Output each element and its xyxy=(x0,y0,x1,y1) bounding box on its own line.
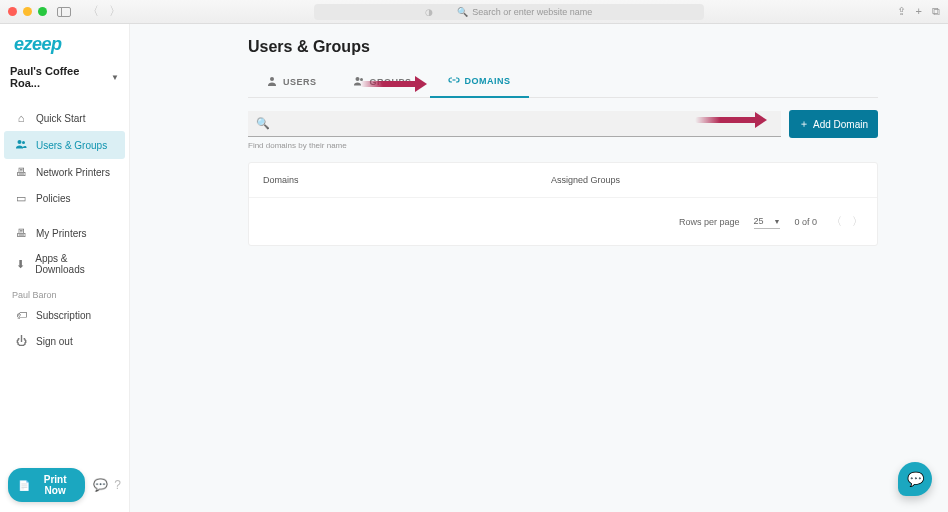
sidebar-item-subscription[interactable]: 🏷 Subscription xyxy=(4,302,125,328)
table-footer: Rows per page 25 ▼ 0 of 0 〈 〉 xyxy=(249,198,877,245)
svg-point-0 xyxy=(18,140,22,144)
tabs-icon[interactable]: ⧉ xyxy=(932,5,940,18)
sidebar-item-quick-start[interactable]: ⌂ Quick Start xyxy=(4,105,125,131)
logo: ezeep xyxy=(0,24,129,59)
sidebar-item-label: Subscription xyxy=(36,310,91,321)
printer-icon: 🖶 xyxy=(14,166,28,178)
domains-table: Domains Assigned Groups Rows per page 25… xyxy=(248,162,878,246)
user-icon xyxy=(266,75,278,89)
new-tab-icon[interactable]: + xyxy=(916,5,922,18)
group-icon xyxy=(353,75,365,89)
svg-point-3 xyxy=(355,77,359,81)
sidebar-item-label: Quick Start xyxy=(36,113,85,124)
main-content: Users & Groups USERS GROUPS DOMAINS xyxy=(130,24,948,512)
policy-icon: ▭ xyxy=(14,192,28,205)
rows-per-page-label: Rows per page xyxy=(679,217,740,227)
close-window-icon[interactable] xyxy=(8,7,17,16)
add-domain-button[interactable]: ＋ Add Domain xyxy=(789,110,878,138)
chat-icon[interactable]: 💬 xyxy=(93,478,108,492)
browser-chrome: 〈 〉 ◑ 🔍 Search or enter website name ⇪ +… xyxy=(0,0,948,24)
sidebar-item-label: Sign out xyxy=(36,336,73,347)
tab-domains[interactable]: DOMAINS xyxy=(430,66,529,98)
column-domains: Domains xyxy=(263,175,551,185)
download-icon: ⬇ xyxy=(14,258,27,271)
window-controls[interactable] xyxy=(8,7,47,16)
back-button[interactable]: 〈 xyxy=(87,3,99,20)
sidebar-item-label: Apps & Downloads xyxy=(35,253,115,275)
org-selector[interactable]: Paul's Coffee Roa... ▼ xyxy=(0,59,129,99)
search-icon: 🔍 xyxy=(457,7,468,17)
document-icon: 📄 xyxy=(18,480,30,491)
svg-point-4 xyxy=(360,78,363,81)
search-icon: 🔍 xyxy=(256,117,270,130)
tabs: USERS GROUPS DOMAINS xyxy=(248,66,878,98)
next-page-button[interactable]: 〉 xyxy=(852,214,863,229)
svg-point-1 xyxy=(22,141,25,144)
rows-per-page-value: 25 xyxy=(754,216,764,226)
tab-groups[interactable]: GROUPS xyxy=(335,66,430,97)
org-name: Paul's Coffee Roa... xyxy=(10,65,111,89)
prev-page-button[interactable]: 〈 xyxy=(831,214,842,229)
sidebar-item-sign-out[interactable]: ⏻ Sign out xyxy=(4,328,125,354)
svg-point-2 xyxy=(270,77,274,81)
users-icon xyxy=(14,138,28,152)
forward-button[interactable]: 〉 xyxy=(109,3,121,20)
print-now-label: Print Now xyxy=(35,474,75,496)
page-title: Users & Groups xyxy=(248,38,878,56)
shield-icon: ◑ xyxy=(425,7,433,17)
search-input-wrapper[interactable]: 🔍 xyxy=(248,111,781,137)
minimize-window-icon[interactable] xyxy=(23,7,32,16)
search-input[interactable] xyxy=(276,118,773,129)
sidebar-toggle-icon[interactable] xyxy=(57,7,71,17)
sidebar-item-my-printers[interactable]: 🖶 My Printers xyxy=(4,220,125,246)
sidebar-item-network-printers[interactable]: 🖶 Network Printers xyxy=(4,159,125,185)
address-placeholder: Search or enter website name xyxy=(472,7,592,17)
sidebar-user-name: Paul Baron xyxy=(0,282,129,302)
logo-text: ezeep xyxy=(14,34,62,54)
tag-icon: 🏷 xyxy=(14,309,28,321)
address-bar[interactable]: ◑ 🔍 Search or enter website name xyxy=(314,4,704,20)
pagination-range: 0 of 0 xyxy=(794,217,817,227)
tab-users[interactable]: USERS xyxy=(248,66,335,97)
tab-label: GROUPS xyxy=(370,77,412,87)
print-now-button[interactable]: 📄 Print Now xyxy=(8,468,85,502)
home-icon: ⌂ xyxy=(14,112,28,124)
tab-label: DOMAINS xyxy=(465,76,511,86)
column-assigned-groups: Assigned Groups xyxy=(551,175,863,185)
sidebar-item-policies[interactable]: ▭ Policies xyxy=(4,185,125,212)
sidebar-item-users-groups[interactable]: Users & Groups xyxy=(4,131,125,159)
sidebar-item-label: Policies xyxy=(36,193,70,204)
share-icon[interactable]: ⇪ xyxy=(897,5,906,18)
plus-icon: ＋ xyxy=(799,117,809,131)
sidebar-item-label: Network Printers xyxy=(36,167,110,178)
add-button-label: Add Domain xyxy=(813,119,868,130)
chevron-down-icon: ▼ xyxy=(111,73,119,82)
rows-per-page-select[interactable]: 25 ▼ xyxy=(754,214,781,229)
table-header: Domains Assigned Groups xyxy=(249,163,877,198)
help-icon[interactable]: ? xyxy=(114,478,121,492)
sidebar: ezeep Paul's Coffee Roa... ▼ ⌂ Quick Sta… xyxy=(0,24,130,512)
power-icon: ⏻ xyxy=(14,335,28,347)
sidebar-item-label: Users & Groups xyxy=(36,140,107,151)
sidebar-item-apps-downloads[interactable]: ⬇ Apps & Downloads xyxy=(4,246,125,282)
chat-icon: 💬 xyxy=(907,471,924,487)
link-icon xyxy=(448,74,460,88)
chevron-down-icon: ▼ xyxy=(774,218,781,225)
chat-fab[interactable]: 💬 xyxy=(898,462,932,496)
tab-label: USERS xyxy=(283,77,317,87)
maximize-window-icon[interactable] xyxy=(38,7,47,16)
sidebar-item-label: My Printers xyxy=(36,228,87,239)
printer-icon: 🖶 xyxy=(14,227,28,239)
search-help-text: Find domains by their name xyxy=(248,141,878,150)
